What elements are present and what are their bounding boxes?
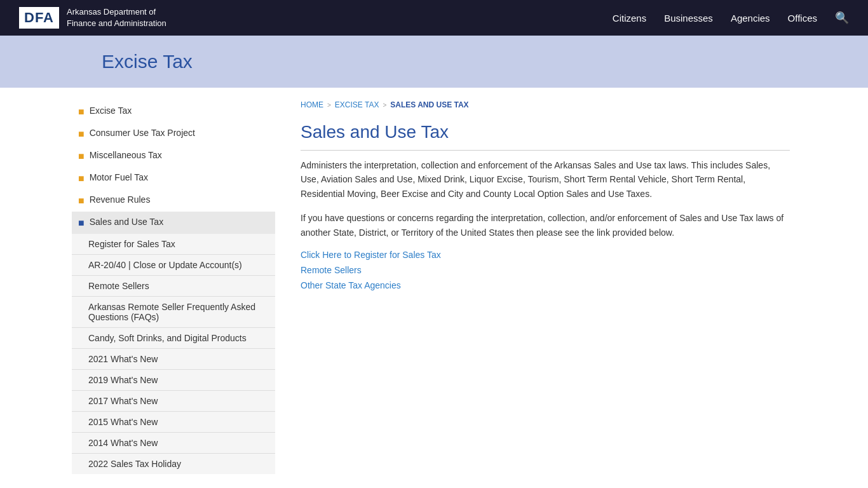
breadcrumb-home[interactable]: HOME	[301, 100, 323, 109]
logo-area: DFA Arkansas Department of Finance and A…	[19, 6, 166, 29]
top-navigation: DFA Arkansas Department of Finance and A…	[0, 0, 868, 36]
sidebar-sub-2021-new[interactable]: 2021 What's New	[72, 348, 275, 369]
content-links: Click Here to Register for Sales Tax Rem…	[301, 250, 790, 290]
sidebar-item-consumer-use[interactable]: ■ Consumer Use Tax Project	[72, 123, 275, 145]
nav-offices[interactable]: Offices	[788, 13, 817, 24]
logo-text: Arkansas Department of Finance and Admin…	[67, 6, 166, 29]
sidebar-sub-2014-new[interactable]: 2014 What's New	[72, 432, 275, 453]
register-for-sales-tax-link[interactable]: Click Here to Register for Sales Tax	[301, 250, 790, 260]
content-paragraph-2: If you have questions or concerns regard…	[301, 211, 790, 240]
nav-citizens[interactable]: Citizens	[613, 13, 646, 24]
bullet-icon: ■	[78, 128, 85, 140]
breadcrumb-current: SALES AND USE TAX	[390, 100, 468, 109]
main-content: HOME > EXCISE TAX > SALES AND USE TAX Sa…	[294, 100, 796, 474]
nav-agencies[interactable]: Agencies	[731, 13, 770, 24]
page-title: Excise Tax	[102, 51, 849, 72]
breadcrumb-sep2: >	[383, 102, 386, 109]
bullet-icon: ■	[78, 151, 85, 162]
breadcrumb: HOME > EXCISE TAX > SALES AND USE TAX	[301, 100, 790, 109]
sidebar-item-motor-fuel[interactable]: ■ Motor Fuel Tax	[72, 167, 275, 189]
sidebar-submenu: Register for Sales Tax AR-20/40 | Close …	[72, 234, 275, 474]
sidebar-item-excise-tax[interactable]: ■ Excise Tax	[72, 100, 275, 123]
sidebar-sub-ar2040[interactable]: AR-20/40 | Close or Update Account(s)	[72, 254, 275, 275]
sidebar-sub-2017-new[interactable]: 2017 What's New	[72, 390, 275, 411]
search-button[interactable]: 🔍	[835, 11, 849, 25]
bullet-icon: ■	[78, 195, 85, 207]
logo-dfa: DFA	[19, 7, 59, 29]
page-header-banner: Excise Tax	[0, 36, 868, 88]
sidebar-item-revenue-rules[interactable]: ■ Revenue Rules	[72, 189, 275, 212]
sidebar-sub-2022-holiday[interactable]: 2022 Sales Tax Holiday	[72, 453, 275, 474]
sidebar-sub-candy-drinks[interactable]: Candy, Soft Drinks, and Digital Products	[72, 327, 275, 348]
sidebar-item-sales-use-tax[interactable]: ■ Sales and Use Tax	[72, 212, 275, 234]
sidebar-item-misc-tax[interactable]: ■ Miscellaneous Tax	[72, 145, 275, 167]
breadcrumb-sep1: >	[327, 102, 331, 109]
remote-sellers-link[interactable]: Remote Sellers	[301, 265, 790, 275]
sidebar-sub-2015-new[interactable]: 2015 What's New	[72, 411, 275, 432]
bullet-icon-active: ■	[78, 217, 85, 229]
sidebar-sub-ar-remote-faq[interactable]: Arkansas Remote Seller Frequently Asked …	[72, 296, 275, 327]
main-container: ■ Excise Tax ■ Consumer Use Tax Project …	[53, 88, 815, 487]
content-title: Sales and Use Tax	[301, 122, 790, 151]
other-state-tax-agencies-link[interactable]: Other State Tax Agencies	[301, 280, 790, 290]
sidebar-sub-remote-sellers[interactable]: Remote Sellers	[72, 275, 275, 296]
sidebar-sub-2019-new[interactable]: 2019 What's New	[72, 369, 275, 390]
bullet-icon: ■	[78, 173, 85, 184]
breadcrumb-excise[interactable]: EXCISE TAX	[335, 100, 379, 109]
bullet-icon: ■	[78, 106, 85, 118]
nav-links: Citizens Businesses Agencies Offices 🔍	[613, 11, 849, 25]
sidebar: ■ Excise Tax ■ Consumer Use Tax Project …	[72, 100, 275, 474]
sidebar-sub-register-sales[interactable]: Register for Sales Tax	[72, 234, 275, 254]
nav-businesses[interactable]: Businesses	[664, 13, 713, 24]
content-paragraph-1: Administers the interpretation, collecti…	[301, 158, 790, 201]
